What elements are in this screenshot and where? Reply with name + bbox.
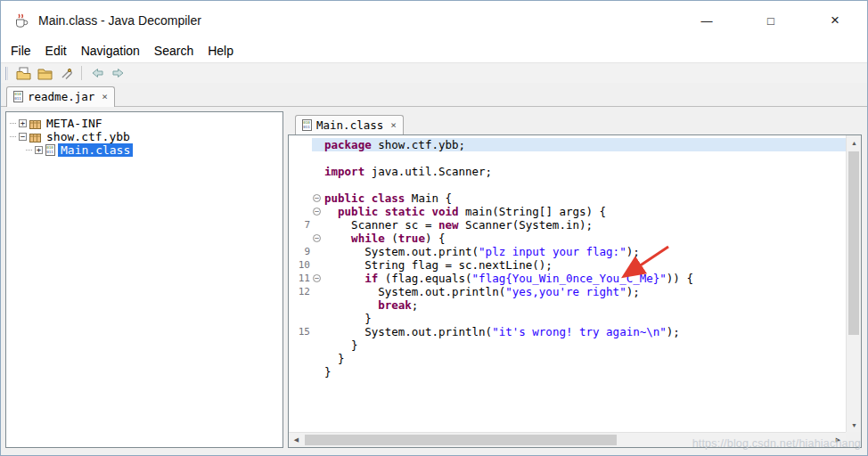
scroll-left-icon[interactable]: ◀ <box>289 433 304 447</box>
tree-item-main-class[interactable]: +010011Main.class <box>6 143 283 157</box>
tree-item-show-ctf-ybb[interactable]: −show.ctf.ybb <box>6 130 283 143</box>
fold-toggle-icon[interactable]: − <box>312 205 324 218</box>
title-bar[interactable]: Main.class - Java Decompiler — □ × <box>1 1 867 40</box>
tree-item-meta-inf[interactable]: +META-INF <box>6 117 283 130</box>
tree-panel: +META-INF−show.ctf.ybb+010011Main.class <box>5 111 283 448</box>
fold-column <box>312 312 324 325</box>
line-number <box>289 365 312 379</box>
back-icon[interactable] <box>87 65 106 82</box>
scroll-down-icon[interactable]: ▼ <box>847 418 862 432</box>
line-number <box>289 165 312 178</box>
line-number <box>289 298 312 312</box>
code-line: 9 System.out.print("plz input your flag:… <box>289 245 846 258</box>
menu-file[interactable]: File <box>4 41 38 61</box>
fold-toggle-icon[interactable]: − <box>312 272 324 285</box>
expand-icon[interactable]: + <box>19 119 27 127</box>
tab-readme-jar[interactable]: 010011 readme.jar × <box>6 86 115 107</box>
fold-column <box>312 218 324 232</box>
line-number <box>289 138 312 151</box>
horizontal-scroll-thumb[interactable] <box>305 435 617 445</box>
code-text: } <box>324 352 846 365</box>
forward-icon[interactable] <box>109 65 127 82</box>
menu-navigation[interactable]: Navigation <box>74 41 147 61</box>
fold-column <box>312 178 324 191</box>
code-text: break; <box>324 298 846 312</box>
app-icon <box>12 12 30 29</box>
fold-column <box>312 138 324 151</box>
menu-help[interactable]: Help <box>201 41 241 61</box>
annotation-arrow-icon <box>612 238 682 286</box>
binary-file-icon: 010011 <box>302 119 312 131</box>
code-text: Scanner sc = new Scanner(System.in); <box>324 218 846 232</box>
code-line: package show.ctf.ybb; <box>289 138 846 151</box>
code-line: } <box>289 312 846 325</box>
line-number <box>289 232 312 245</box>
line-number: 15 <box>289 325 312 338</box>
minimize-button[interactable]: — <box>675 1 739 40</box>
main-split: +META-INF−show.ctf.ybb+010011Main.class … <box>1 107 867 455</box>
line-number <box>289 352 312 365</box>
fold-toggle-icon[interactable]: − <box>312 191 324 205</box>
menu-edit[interactable]: Edit <box>38 41 74 61</box>
vertical-scrollbar[interactable]: ▲ ▼ <box>846 135 861 432</box>
svg-text:011: 011 <box>14 96 21 101</box>
menu-search[interactable]: Search <box>147 41 201 61</box>
attach-icon[interactable] <box>57 65 76 82</box>
line-number: 10 <box>289 258 312 272</box>
code-line: 12 System.out.println("yes,you're right"… <box>289 285 846 298</box>
fold-column <box>312 298 324 312</box>
maximize-button[interactable]: □ <box>739 1 803 40</box>
line-number <box>289 338 312 352</box>
code-line: − while (true) { <box>289 232 846 245</box>
package-icon <box>29 118 41 129</box>
tab-main-class[interactable]: 010011 Main.class × <box>295 115 404 135</box>
tree-connector <box>10 123 16 124</box>
code-line <box>289 151 846 165</box>
vertical-scroll-thumb[interactable] <box>848 151 859 335</box>
code-text: public class Main { <box>324 191 846 205</box>
svg-text:011: 011 <box>46 150 53 154</box>
code-text: package show.ctf.ybb; <box>324 138 846 151</box>
line-number <box>289 205 312 218</box>
line-number: 7 <box>289 218 312 232</box>
editor-tab-bar: 010011 Main.class × <box>288 111 862 134</box>
fold-column <box>312 352 324 365</box>
code-text: if (flag.equals("flag{You_Win_0nce_You_C… <box>324 272 846 285</box>
open-folder-icon[interactable] <box>36 65 54 82</box>
tab-label: Main.class <box>316 118 383 132</box>
code-text <box>324 178 846 191</box>
toolbar <box>1 62 867 83</box>
line-number: 9 <box>289 245 312 258</box>
code-line: −public class Main { <box>289 191 846 205</box>
code-line: 7 Scanner sc = new Scanner(System.in); <box>289 218 846 232</box>
expand-icon[interactable]: + <box>35 146 43 154</box>
code-line: import java.util.Scanner; <box>289 165 846 178</box>
fold-column <box>312 338 324 352</box>
line-number <box>289 178 312 191</box>
open-file-icon[interactable] <box>14 65 33 82</box>
tree-item-label: META-INF <box>44 117 105 130</box>
fold-toggle-icon[interactable]: − <box>312 232 324 245</box>
tab-close-icon[interactable]: × <box>390 121 397 130</box>
line-number <box>289 191 312 205</box>
line-number: 11 <box>289 272 312 285</box>
close-button[interactable]: × <box>803 1 867 40</box>
code-text: public static void main(String[] args) { <box>324 205 846 218</box>
toolbar-separator <box>81 66 82 80</box>
code-line: − public static void main(String[] args)… <box>289 205 846 218</box>
code-lines: package show.ctf.ybb;import java.util.Sc… <box>289 135 846 432</box>
editor-panel: 010011 Main.class × package show.ctf.ybb… <box>288 111 862 448</box>
code-line <box>289 178 846 191</box>
scroll-up-icon[interactable]: ▲ <box>847 135 862 150</box>
tree-item-label: Main.class <box>58 143 133 157</box>
tab-close-icon[interactable]: × <box>102 93 108 102</box>
line-number: 12 <box>289 285 312 298</box>
watermark: https://blog.csdn.net/hiahiachang <box>692 437 861 450</box>
package-icon <box>29 132 41 142</box>
code-text <box>324 151 846 165</box>
fold-column <box>312 325 324 338</box>
code-text: } <box>324 338 846 352</box>
code-line: } <box>289 338 846 352</box>
code-text: System.out.print("plz input your flag:")… <box>324 245 846 258</box>
collapse-icon[interactable]: − <box>19 133 27 141</box>
